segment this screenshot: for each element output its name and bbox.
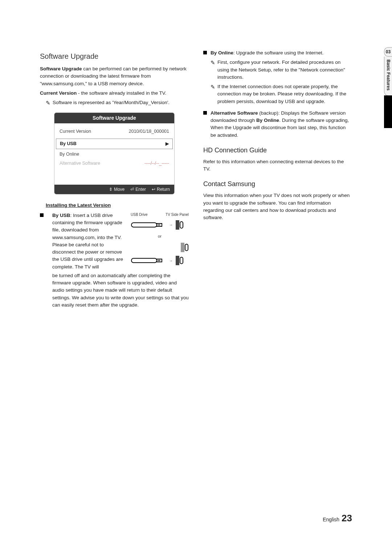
subheading-installing: Installing the Latest Version	[46, 202, 189, 209]
software-upgrade-panel: Software Upgrade Current Version 2010/01…	[54, 112, 175, 194]
right-column: By Online: Upgrade the software using th…	[203, 47, 352, 311]
svg-rect-0	[131, 223, 157, 227]
chapter-number-tab: 03	[384, 47, 392, 57]
play-icon: ▶	[166, 140, 169, 147]
para-software-upgrade: Software Upgrade can be performed can be…	[40, 65, 189, 87]
svg-rect-5	[180, 222, 183, 228]
side-tab: 03 Basic Features	[384, 47, 392, 128]
para-contact-samsung: View this information when your TV does …	[203, 192, 352, 221]
usb-stick-icon	[131, 256, 167, 264]
note-online-2: If the Internet connection does not oper…	[217, 83, 352, 105]
panel-row-current: Current Version 2010/01/18_000001	[60, 127, 169, 136]
return-icon: ↩	[152, 186, 155, 193]
text-by-online: : Upgrade the software using the Interne…	[233, 50, 323, 56]
text-by-usb-1: : Insert a USB drive containing the firm…	[52, 213, 123, 270]
panel-byusb-label: By USB	[60, 140, 77, 147]
square-bullet-icon	[203, 51, 207, 54]
panel-title: Software Upgrade	[54, 113, 174, 123]
panel-byonline-label: By Online	[60, 151, 79, 158]
side-black-strip	[384, 95, 392, 128]
bold-by-usb: By USB	[52, 213, 70, 218]
note-online-1: First, configure your network. For detai…	[217, 59, 352, 81]
svg-rect-8	[131, 258, 157, 263]
heading-hd-connection: HD Connection Guide	[203, 145, 352, 155]
bold-alt-software: Alternative Software	[211, 110, 258, 116]
square-bullet-icon	[40, 213, 44, 217]
para-current-version: Current Version - the software already i…	[40, 90, 189, 97]
panel-foot-enter: ⏎Enter	[130, 186, 146, 193]
hdmi-port-icon	[180, 242, 189, 253]
heading-contact-samsung: Contact Samsung	[203, 179, 352, 189]
enter-icon: ⏎	[130, 186, 134, 193]
label-or: or	[131, 233, 189, 239]
bold-by-online: By Online	[211, 50, 233, 56]
panel-foot-return: ↩Return	[152, 186, 170, 193]
panel-alt-value: ----/--/--_-----	[144, 160, 169, 167]
item-alternative-software: Alternative Software (backup): Displays …	[203, 110, 352, 139]
bold-current-version: Current Version	[40, 90, 77, 96]
note-format-text: Software is represented as 'Year/Month/D…	[53, 99, 170, 107]
usb-port-icon	[175, 255, 184, 266]
svg-rect-11	[159, 260, 160, 261]
item-by-online: By Online: Upgrade the software using th…	[203, 49, 352, 107]
heading-software-upgrade: Software Upgrade	[40, 51, 189, 62]
panel-alt-label: Alternative Software	[60, 160, 100, 167]
panel-foot-move: ⇕Move	[109, 186, 124, 193]
panel-row-byonline[interactable]: By Online	[60, 150, 169, 159]
footer-page-number: 23	[342, 513, 352, 524]
svg-rect-10	[158, 260, 159, 261]
panel-row-byusb[interactable]: By USB ▶	[56, 139, 173, 149]
panel-cur-value: 2010/01/18_000001	[129, 128, 169, 135]
item-by-usb: By USB: Insert a USB drive containing th…	[40, 212, 189, 309]
panel-cur-label: Current Version	[60, 128, 91, 135]
para-hd-connection: Refer to this information when connectin…	[203, 158, 352, 173]
hand-icon: ✎	[211, 83, 215, 105]
bold-by-online-2: By Online	[256, 118, 279, 123]
label-usb-drive: USB Drive	[131, 212, 148, 217]
svg-rect-4	[176, 220, 179, 230]
updown-icon: ⇕	[109, 186, 113, 193]
svg-rect-6	[181, 243, 184, 252]
left-column: Software Upgrade Software Upgrade can be…	[40, 47, 189, 311]
label-tv-side: TV Side Panel	[166, 212, 189, 217]
chapter-name-tab: Basic Features	[384, 57, 392, 96]
arrow-icon: →	[169, 222, 173, 227]
svg-rect-13	[180, 257, 183, 264]
usb-stick-icon	[131, 221, 167, 229]
usb-port-icon	[175, 219, 184, 230]
svg-rect-2	[158, 224, 159, 226]
arrow-icon: →	[169, 258, 173, 263]
text-by-usb-2: be turned off and on automatically after…	[52, 272, 189, 309]
text-current-version: - the software already installed in the …	[77, 90, 166, 96]
hand-icon: ✎	[46, 99, 50, 107]
note-format: ✎ Software is represented as 'Year/Month…	[46, 99, 189, 107]
page-footer: English 23	[323, 513, 352, 524]
bold-software-upgrade: Software Upgrade	[40, 66, 83, 71]
svg-rect-7	[185, 244, 188, 251]
usb-diagram: USB Drive TV Side Panel →	[131, 212, 189, 271]
svg-rect-3	[159, 224, 160, 226]
square-bullet-icon	[203, 111, 207, 115]
hand-icon: ✎	[211, 59, 215, 81]
footer-language: English	[323, 517, 339, 522]
panel-footer: ⇕Move ⏎Enter ↩Return	[54, 185, 174, 194]
panel-row-alt[interactable]: Alternative Software ----/--/--_-----	[60, 159, 169, 168]
svg-rect-12	[176, 256, 179, 265]
